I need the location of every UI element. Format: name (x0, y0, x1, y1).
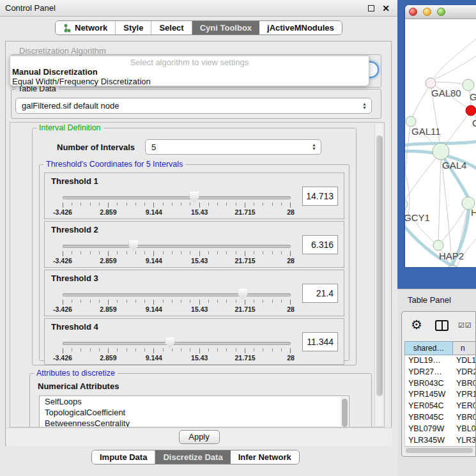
control-panel-titlebar: Control Panel ✕ (0, 0, 397, 17)
close-icon[interactable]: ✕ (382, 3, 390, 14)
list-item[interactable]: SelfLoops (40, 396, 349, 407)
interval-definition-group: Interval Definition Number of Intervals … (32, 128, 357, 365)
slider-track[interactable] (63, 196, 291, 199)
slider-track[interactable] (63, 245, 291, 248)
close-traffic-light-icon[interactable] (409, 8, 417, 16)
network-node[interactable] (433, 240, 443, 250)
tick-label: 28 (287, 208, 295, 216)
threshold-1-slider: -3.426 2.859 9.144 15.43 21.715 28 (63, 190, 291, 218)
tab-jactivemnodules[interactable]: jActiveMNodules (259, 21, 342, 35)
threshold-3-slider: -3.426 2.859 9.144 15.43 21.715 28 (63, 287, 291, 315)
tick-label: 28 (287, 305, 295, 313)
cyni-panel: Discretization Algorithm Select algorith… (5, 41, 392, 446)
tab-style[interactable]: Style (116, 21, 151, 35)
tick-label: 21.715 (235, 354, 256, 362)
tab-network[interactable]: Network (56, 21, 116, 35)
list-item[interactable]: BetweennessCentrality (40, 418, 349, 427)
cell: YPR1 (454, 389, 476, 401)
network-node[interactable] (406, 116, 416, 127)
network-node[interactable] (426, 78, 436, 88)
node-label-partial: H (471, 207, 476, 218)
tab-infer-network[interactable]: Infer Network (231, 450, 299, 464)
threshold-3-value-field[interactable]: 21.4 (302, 284, 338, 303)
list-scrollbar[interactable] (341, 397, 348, 427)
minimize-traffic-light-icon[interactable] (423, 8, 431, 16)
cell: YBL0 (454, 424, 476, 435)
slider-major-ticks (63, 300, 291, 305)
threshold-4-value-field[interactable]: 11.344 (302, 332, 338, 351)
threshold-2-value-field[interactable]: 6.316 (302, 235, 338, 254)
network-canvas[interactable]: GAL80 GA GAL11 C GAL4 GCY1 H HAP2 (405, 19, 476, 267)
table-row[interactable]: YPR145W YPR1 (405, 389, 476, 401)
list-item[interactable]: TopologicalCoefficient (40, 407, 349, 418)
tab-discretize-data[interactable]: Discretize Data (155, 450, 230, 464)
table-row[interactable]: YBL079W YBL0 (405, 424, 476, 435)
interval-definition-title: Interval Definition (36, 123, 104, 132)
table-row[interactable]: YBR045C YBR0 (405, 412, 476, 424)
stepper-arrows-icon: ▲▼ (312, 143, 316, 151)
algorithm-hint-option[interactable]: Select algorithm to view settings (10, 58, 369, 67)
column-header-name[interactable]: n (453, 341, 476, 355)
tab-cyni-toolbox[interactable]: Cyni Toolbox (192, 21, 259, 35)
tick-label: 15.43 (191, 257, 208, 265)
network-icon (63, 24, 71, 33)
table-data-combobox[interactable]: galFiltered.sif default node ▲▼ (15, 98, 372, 114)
cell: YLR3 (454, 435, 476, 446)
option-equal-width-frequency[interactable]: Equal Width/Frequency Discretization (12, 77, 151, 86)
thresholds-group: Threshold's Coordinates for 5 Intervals … (39, 164, 349, 361)
table-row[interactable]: YDL19… YDL1 (405, 355, 476, 367)
tick-label: 2.859 (100, 354, 116, 362)
network-node[interactable] (433, 143, 449, 160)
zoom-traffic-light-icon[interactable] (437, 8, 445, 16)
cell: YBR045C (405, 412, 454, 424)
tab-impute-data[interactable]: Impute Data (92, 450, 155, 464)
slider-thumb[interactable] (165, 337, 174, 348)
node-label-gal4: GAL4 (442, 160, 466, 171)
slider-track[interactable] (63, 293, 291, 296)
tab-network-label: Network (75, 23, 107, 33)
option-manual-discretization[interactable]: Manual Discretization (12, 67, 98, 77)
column-layout-icon[interactable] (435, 320, 449, 331)
number-of-intervals-combobox[interactable]: 5 ▲▼ (145, 139, 321, 155)
table-panel-box: ⚙ ☑☑ shared… n YDL19… YDL1 YDR27… YDR2 Y… (401, 311, 476, 457)
threshold-2-label: Threshold 2 (51, 225, 98, 234)
tick-label: 2.859 (100, 257, 116, 265)
tab-jactivemnodules-label: jActiveMNodules (267, 23, 334, 33)
network-node[interactable] (466, 105, 476, 116)
cell: YBR0 (454, 378, 476, 390)
tab-select[interactable]: Select (151, 21, 192, 35)
select-columns-icon[interactable]: ☑☑ (458, 321, 472, 330)
threshold-1-value-field[interactable]: 14.713 (302, 187, 338, 206)
slider-thumb[interactable] (128, 240, 138, 251)
float-window-icon[interactable] (368, 5, 374, 12)
gear-icon[interactable]: ⚙ (411, 317, 422, 332)
table-row[interactable]: YLR345W YLR3 (405, 435, 476, 446)
table-horizontal-scrollbar[interactable] (404, 446, 476, 454)
network-node[interactable] (405, 199, 408, 210)
table-row[interactable]: YBR043C YBR0 (405, 378, 476, 390)
settings-vertical-scrollbar[interactable] (374, 124, 383, 426)
tab-cyni-toolbox-label: Cyni Toolbox (200, 23, 252, 33)
table-row[interactable]: YDR27… YDR2 (405, 367, 476, 378)
node-label-partial: C (472, 118, 476, 128)
column-header-shared-name[interactable]: shared… (404, 341, 453, 355)
apply-button[interactable]: Apply (179, 430, 220, 444)
tick-label: 15.43 (191, 354, 208, 362)
network-window-frame: GAL80 GA GAL11 C GAL4 GCY1 H HAP2 (397, 0, 476, 289)
slider-track[interactable] (63, 342, 291, 345)
number-of-intervals-value: 5 (151, 140, 156, 155)
tick-label: 2.859 (100, 305, 116, 313)
cell: YDL1 (454, 355, 476, 367)
thresholds-group-title: Threshold's Coordinates for 5 Intervals (43, 160, 185, 169)
table-panel: Table Panel ⚙ ☑☑ shared… n YDL19… YDL1 Y… (397, 289, 476, 476)
table-row[interactable]: YER054C YER0 (405, 401, 476, 412)
network-node[interactable] (463, 79, 474, 91)
tick-label: 2.859 (100, 208, 116, 216)
bottom-tab-bar: Impute Data Discretize Data Infer Networ… (91, 450, 300, 464)
node-label-hap2: HAP2 (439, 250, 464, 261)
top-tab-bar: Network Style Select Cyni Toolbox jActiv… (55, 20, 342, 35)
slider-thumb[interactable] (189, 192, 199, 203)
threshold-1-label: Threshold 1 (51, 176, 98, 186)
slider-thumb[interactable] (238, 289, 248, 300)
threshold-3-label: Threshold 3 (51, 273, 98, 283)
